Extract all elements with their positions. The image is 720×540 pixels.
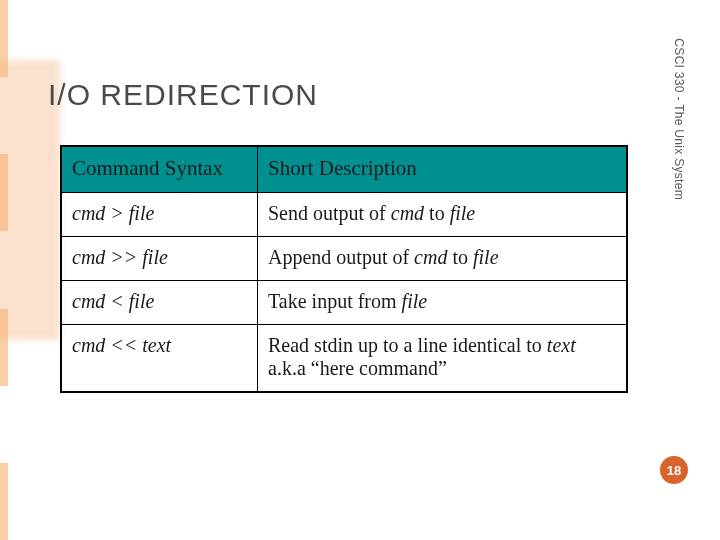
edge-seg (0, 463, 8, 540)
col-header-syntax: Command Syntax (61, 146, 258, 193)
desc-italic: cmd (391, 202, 424, 224)
desc-italic: file (473, 246, 499, 268)
page-number-badge: 18 (660, 456, 688, 484)
syntax-cell: cmd >> file (61, 237, 258, 281)
table-header-row: Command Syntax Short Description (61, 146, 627, 193)
desc-italic: file (402, 290, 428, 312)
table-row: cmd >> file Append output of cmd to file (61, 237, 627, 281)
desc-cell: Read stdin up to a line identical to tex… (258, 325, 628, 393)
table-row: cmd > file Send output of cmd to file (61, 193, 627, 237)
desc-italic: text (547, 334, 576, 356)
desc-text: Send output of (268, 202, 391, 224)
page-title: I/O REDIRECTION (48, 78, 318, 112)
edge-seg (0, 386, 8, 463)
desc-text: to (447, 246, 473, 268)
desc-cell: Take input from file (258, 281, 628, 325)
desc-cell: Send output of cmd to file (258, 193, 628, 237)
desc-text: Read stdin up to a line identical to (268, 334, 547, 356)
desc-italic: file (450, 202, 476, 224)
desc-italic: cmd (414, 246, 447, 268)
table-row: cmd << text Read stdin up to a line iden… (61, 325, 627, 393)
col-header-desc: Short Description (258, 146, 628, 193)
desc-text: Append output of (268, 246, 414, 268)
syntax-cell: cmd > file (61, 193, 258, 237)
desc-cell: Append output of cmd to file (258, 237, 628, 281)
syntax-cell: cmd < file (61, 281, 258, 325)
table-row: cmd < file Take input from file (61, 281, 627, 325)
desc-text: a.k.a “here command” (268, 357, 447, 379)
side-label: CSCI 330 - The Unix System (672, 38, 686, 200)
desc-text: to (424, 202, 450, 224)
syntax-cell: cmd << text (61, 325, 258, 393)
slide: I/O REDIRECTION Command Syntax Short Des… (0, 0, 720, 540)
desc-text: Take input from (268, 290, 402, 312)
redirection-table: Command Syntax Short Description cmd > f… (60, 145, 628, 393)
